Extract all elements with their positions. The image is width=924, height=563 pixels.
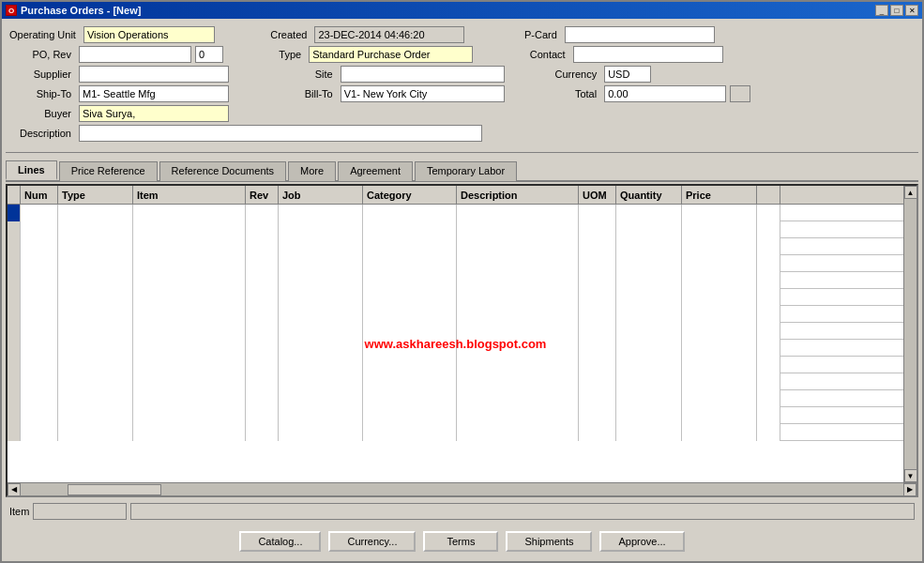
table-cell[interactable] [457,272,579,289]
table-cell[interactable] [133,306,246,323]
table-row[interactable] [8,323,903,340]
table-cell[interactable] [757,424,780,441]
table-cell[interactable] [21,221,58,238]
scroll-left-button[interactable]: ◀ [8,483,21,496]
table-cell[interactable] [21,205,58,221]
tab-agreement[interactable]: Agreement [338,161,413,181]
table-cell[interactable] [21,407,58,424]
table-cell[interactable] [616,373,682,390]
table-row[interactable] [8,238,903,255]
vertical-scrollbar[interactable]: ▲ ▼ [903,186,916,482]
table-cell[interactable] [58,221,133,238]
table-cell[interactable] [616,289,682,306]
table-cell[interactable] [579,323,616,340]
table-cell[interactable] [616,272,682,289]
table-row[interactable] [8,205,903,221]
table-cell[interactable] [58,323,133,340]
table-cell[interactable] [246,306,279,323]
table-cell[interactable] [21,390,58,407]
table-cell[interactable] [58,390,133,407]
catalog-button[interactable]: Catalog... [239,531,321,552]
terms-button[interactable]: Terms [423,531,498,552]
table-cell[interactable] [457,306,579,323]
table-cell[interactable] [616,323,682,340]
table-cell[interactable] [246,424,279,441]
table-row[interactable] [8,340,903,357]
table-cell[interactable] [133,205,246,221]
table-cell[interactable] [58,424,133,441]
table-cell[interactable] [757,255,780,272]
table-cell[interactable] [21,238,58,255]
table-cell[interactable] [21,306,58,323]
total-button[interactable] [730,85,750,102]
table-cell[interactable] [279,205,363,221]
table-cell[interactable] [757,357,780,373]
table-cell[interactable] [457,373,579,390]
table-cell[interactable] [58,373,133,390]
table-cell[interactable] [279,221,363,238]
table-cell[interactable] [246,205,279,221]
table-cell[interactable] [457,390,579,407]
table-cell[interactable] [616,238,682,255]
table-cell[interactable] [457,238,579,255]
table-cell[interactable] [363,373,457,390]
ship-to-input[interactable] [79,85,229,102]
table-cell[interactable] [616,255,682,272]
table-cell[interactable] [133,357,246,373]
scroll-down-button[interactable]: ▼ [904,469,917,482]
tab-temporary-labor[interactable]: Temporary Labor [415,161,517,181]
table-cell[interactable] [21,323,58,340]
supplier-input[interactable] [79,66,229,83]
pcard-input[interactable] [565,26,715,43]
table-cell[interactable] [616,340,682,357]
contact-input[interactable] [573,46,723,63]
table-cell[interactable] [682,255,757,272]
currency-button[interactable]: Currency... [328,531,416,552]
table-cell[interactable] [246,373,279,390]
table-cell[interactable] [757,238,780,255]
table-cell[interactable] [757,272,780,289]
table-cell[interactable] [616,390,682,407]
table-cell[interactable] [363,357,457,373]
table-cell[interactable] [279,289,363,306]
table-cell[interactable] [579,205,616,221]
minimize-button[interactable]: _ [875,5,888,16]
table-cell[interactable] [579,306,616,323]
table-cell[interactable] [133,373,246,390]
table-cell[interactable] [579,340,616,357]
table-cell[interactable] [246,255,279,272]
table-cell[interactable] [279,390,363,407]
table-cell[interactable] [279,373,363,390]
table-cell[interactable] [682,205,757,221]
table-cell[interactable] [757,373,780,390]
table-cell[interactable] [457,424,579,441]
tab-more[interactable]: More [288,161,336,181]
table-row[interactable] [8,390,903,407]
table-cell[interactable] [133,340,246,357]
table-cell[interactable] [58,272,133,289]
table-cell[interactable] [21,340,58,357]
table-cell[interactable] [757,323,780,340]
table-cell[interactable] [279,238,363,255]
table-cell[interactable] [58,238,133,255]
table-cell[interactable] [58,340,133,357]
hscroll-track[interactable] [21,483,903,496]
table-cell[interactable] [457,323,579,340]
table-cell[interactable] [579,357,616,373]
table-row[interactable] [8,272,903,289]
hscroll-thumb[interactable] [68,484,161,495]
table-cell[interactable] [363,205,457,221]
table-cell[interactable] [682,340,757,357]
table-cell[interactable] [757,407,780,424]
table-cell[interactable] [682,373,757,390]
table-row[interactable] [8,373,903,390]
table-cell[interactable] [682,289,757,306]
table-cell[interactable] [246,221,279,238]
table-cell[interactable] [682,407,757,424]
table-cell[interactable] [133,272,246,289]
table-cell[interactable] [279,357,363,373]
horizontal-scrollbar[interactable]: ◀ ▶ [8,482,916,495]
table-cell[interactable] [21,373,58,390]
table-cell[interactable] [363,255,457,272]
table-cell[interactable] [457,407,579,424]
